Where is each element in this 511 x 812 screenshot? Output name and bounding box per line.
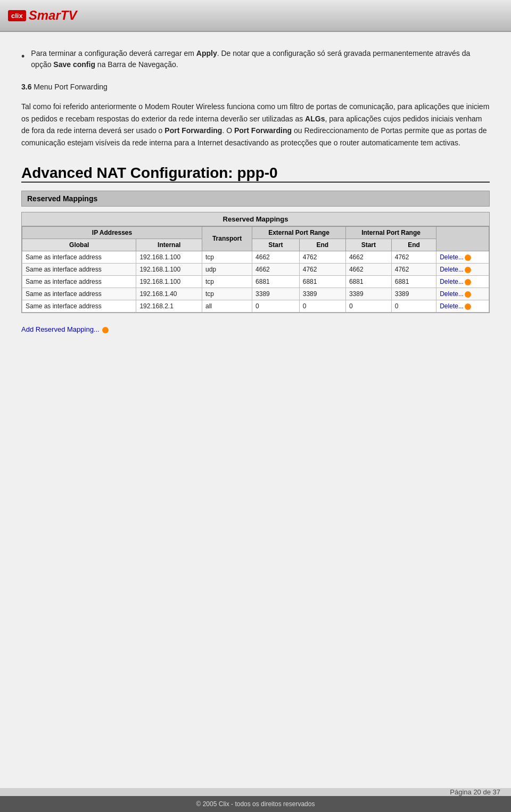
- main-content: • Para terminar a configuração deverá ca…: [0, 32, 511, 788]
- bullet-section: • Para terminar a configuração deverá ca…: [21, 48, 490, 70]
- table-row: Same as interface address192.168.1.40tcp…: [22, 288, 489, 300]
- delete-link[interactable]: Delete...: [440, 302, 471, 310]
- cell-delete: Delete...: [436, 263, 489, 275]
- cell-internal: 192.168.1.100: [136, 275, 202, 288]
- table-header-row-2: Global Internal Start End Start End: [22, 239, 489, 251]
- th-int-port: Internal Port Range: [345, 226, 436, 239]
- cell-type: tcp: [202, 275, 252, 288]
- delete-link[interactable]: Delete...: [440, 266, 471, 273]
- section-heading: 3.6 Menu Port Forwarding: [21, 81, 490, 93]
- table-row: Same as interface address192.168.1.100tc…: [22, 275, 489, 288]
- th-action: [436, 226, 489, 251]
- cell-internal: 192.168.2.1: [136, 300, 202, 312]
- cell-global: Same as interface address: [22, 288, 136, 300]
- smartv-logo: SmarTV: [29, 8, 77, 23]
- section-number: 3.6: [21, 83, 31, 91]
- cell-ext-start: 6881: [252, 275, 300, 288]
- th-ext-start: Start: [252, 239, 300, 251]
- cell-ext-start: 4662: [252, 251, 300, 263]
- cell-type: tcp: [202, 288, 252, 300]
- add-mapping-link[interactable]: Add Reserved Mapping...: [21, 325, 109, 333]
- table-row: Same as interface address192.168.1.100tc…: [22, 251, 489, 263]
- table-body: Same as interface address192.168.1.100tc…: [22, 251, 489, 312]
- delete-link[interactable]: Delete...: [440, 253, 471, 261]
- footer: © 2005 Clix - todos os direitos reservad…: [0, 796, 511, 812]
- clix-logo: clix: [8, 10, 26, 21]
- cell-int-end: 0: [391, 300, 436, 312]
- portforwarding-bold2: Port Forwarding: [234, 126, 292, 135]
- algs-bold: ALGs: [305, 114, 325, 123]
- cell-type: udp: [202, 263, 252, 275]
- table-row: Same as interface address192.168.2.1all0…: [22, 300, 489, 312]
- footer-copyright: © 2005 Clix - todos os direitos reservad…: [196, 800, 315, 808]
- th-ext-port: External Port Range: [252, 226, 346, 239]
- delete-icon: [465, 267, 471, 273]
- cell-global: Same as interface address: [22, 275, 136, 288]
- delete-icon: [465, 291, 471, 298]
- section-body: Tal como foi referido anteriormente o Mo…: [21, 101, 490, 149]
- table-header-row-1: IP Addresses Transport External Port Ran…: [22, 226, 489, 239]
- cell-global: Same as interface address: [22, 263, 136, 275]
- add-mapping-icon: [102, 327, 109, 333]
- cell-int-start: 6881: [345, 275, 391, 288]
- nat-title: Advanced NAT Configuration: ppp-0: [21, 165, 490, 183]
- cell-ext-end: 0: [299, 300, 345, 312]
- bullet-dot: •: [21, 50, 24, 64]
- delete-link[interactable]: Delete...: [440, 290, 471, 298]
- cell-internal: 192.168.1.100: [136, 251, 202, 263]
- cell-delete: Delete...: [436, 300, 489, 312]
- section-title: Menu Port Forwarding: [34, 83, 108, 91]
- cell-global: Same as interface address: [22, 300, 136, 312]
- th-ext-end: End: [299, 239, 345, 251]
- cell-internal: 192.168.1.100: [136, 263, 202, 275]
- add-mapping-container: Add Reserved Mapping...: [21, 321, 490, 333]
- cell-internal: 192.168.1.40: [136, 288, 202, 300]
- cell-int-end: 4762: [391, 251, 436, 263]
- delete-icon: [465, 255, 471, 261]
- cell-type: tcp: [202, 251, 252, 263]
- delete-icon: [465, 304, 471, 310]
- cell-delete: Delete...: [436, 251, 489, 263]
- logo-smar: Smar: [29, 8, 61, 22]
- delete-link[interactable]: Delete...: [440, 278, 471, 285]
- cell-ext-end: 3389: [299, 288, 345, 300]
- delete-icon: [465, 279, 471, 285]
- th-internal: Internal: [136, 239, 202, 251]
- cell-int-start: 4662: [345, 263, 391, 275]
- cell-ext-start: 3389: [252, 288, 300, 300]
- cell-type: all: [202, 300, 252, 312]
- apply-bold: Apply: [196, 49, 217, 58]
- th-global: Global: [22, 239, 136, 251]
- bullet-item-1: • Para terminar a configuração deverá ca…: [21, 48, 490, 70]
- cell-ext-start: 0: [252, 300, 300, 312]
- th-int-end: End: [391, 239, 436, 251]
- cell-ext-end: 4762: [299, 263, 345, 275]
- bullet-text-1: Para terminar a configuração deverá carr…: [31, 48, 490, 70]
- cell-int-end: 3389: [391, 288, 436, 300]
- table-title: Reserved Mappings: [22, 212, 489, 226]
- cell-int-start: 0: [345, 300, 391, 312]
- mapping-table: IP Addresses Transport External Port Ran…: [22, 226, 489, 313]
- cell-delete: Delete...: [436, 288, 489, 300]
- table-container: Reserved Mappings IP Addresses Transport…: [21, 212, 490, 313]
- footer-page: Página 20 de 37: [450, 788, 500, 796]
- cell-int-start: 4662: [345, 251, 391, 263]
- add-mapping-text: Add Reserved Mapping...: [21, 325, 100, 333]
- cell-int-end: 4762: [391, 263, 436, 275]
- cell-global: Same as interface address: [22, 251, 136, 263]
- cell-ext-start: 4662: [252, 263, 300, 275]
- cell-ext-end: 4762: [299, 251, 345, 263]
- saveconfig-bold: Save config: [53, 60, 95, 69]
- logo: clix SmarTV: [8, 8, 77, 23]
- table-row: Same as interface address192.168.1.100ud…: [22, 263, 489, 275]
- portforwarding-bold1: Port Forwarding: [164, 126, 222, 135]
- cell-delete: Delete...: [436, 275, 489, 288]
- header: clix SmarTV: [0, 0, 511, 32]
- cell-int-end: 6881: [391, 275, 436, 288]
- cell-int-start: 3389: [345, 288, 391, 300]
- th-int-start: Start: [345, 239, 391, 251]
- logo-tv: TV: [61, 8, 77, 22]
- reserved-mappings-header: Reserved Mappings: [21, 191, 490, 207]
- th-transport: Transport: [202, 226, 252, 251]
- th-ip-addresses: IP Addresses: [22, 226, 202, 239]
